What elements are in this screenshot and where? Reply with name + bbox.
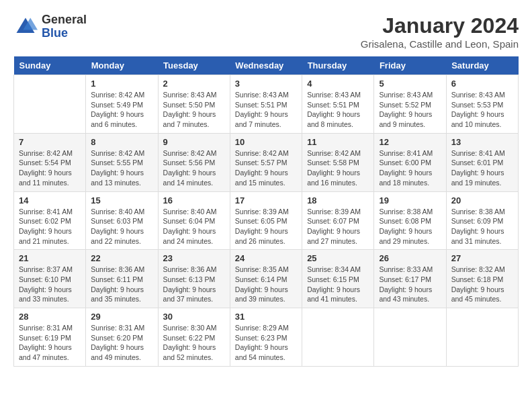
day-number: 30 bbox=[163, 312, 225, 322]
calendar-cell: 26Sunrise: 8:33 AMSunset: 6:17 PMDayligh… bbox=[374, 250, 446, 308]
cell-details: Sunrise: 8:42 AMSunset: 5:58 PMDaylight:… bbox=[307, 148, 369, 188]
cell-details: Sunrise: 8:41 AMSunset: 6:00 PMDaylight:… bbox=[379, 148, 441, 188]
day-number: 29 bbox=[91, 312, 152, 322]
day-number: 1 bbox=[91, 79, 152, 89]
day-number: 28 bbox=[19, 312, 81, 322]
day-number: 16 bbox=[163, 195, 225, 205]
cell-details: Sunrise: 8:43 AMSunset: 5:53 PMDaylight:… bbox=[451, 90, 513, 130]
calendar-header-row: SundayMondayTuesdayWednesdayThursdayFrid… bbox=[14, 56, 519, 75]
day-number: 5 bbox=[379, 79, 441, 89]
day-number: 25 bbox=[307, 253, 369, 263]
cell-details: Sunrise: 8:32 AMSunset: 6:18 PMDaylight:… bbox=[451, 265, 513, 304]
calendar-cell: 12Sunrise: 8:41 AMSunset: 6:00 PMDayligh… bbox=[374, 133, 446, 191]
day-number: 11 bbox=[307, 137, 369, 147]
cell-details: Sunrise: 8:29 AMSunset: 6:23 PMDaylight:… bbox=[235, 323, 297, 363]
page-header: General Blue January 2024 Grisalena, Cas… bbox=[13, 13, 519, 50]
day-number: 6 bbox=[451, 79, 513, 89]
cell-details: Sunrise: 8:40 AMSunset: 6:03 PMDaylight:… bbox=[91, 207, 152, 246]
day-number: 22 bbox=[91, 253, 152, 263]
calendar-cell: 22Sunrise: 8:36 AMSunset: 6:11 PMDayligh… bbox=[86, 250, 158, 308]
calendar-cell: 17Sunrise: 8:39 AMSunset: 6:05 PMDayligh… bbox=[230, 191, 302, 250]
calendar-week-2: 7Sunrise: 8:42 AMSunset: 5:54 PMDaylight… bbox=[14, 133, 519, 191]
cell-details: Sunrise: 8:39 AMSunset: 6:07 PMDaylight:… bbox=[307, 207, 369, 246]
day-number: 4 bbox=[307, 79, 369, 89]
cell-details: Sunrise: 8:39 AMSunset: 6:05 PMDaylight:… bbox=[235, 207, 297, 246]
col-header-tuesday: Tuesday bbox=[158, 56, 230, 75]
cell-details: Sunrise: 8:30 AMSunset: 6:22 PMDaylight:… bbox=[163, 323, 225, 363]
day-number: 27 bbox=[451, 253, 513, 263]
calendar-cell: 19Sunrise: 8:38 AMSunset: 6:08 PMDayligh… bbox=[374, 191, 446, 250]
calendar-cell: 28Sunrise: 8:31 AMSunset: 6:19 PMDayligh… bbox=[14, 308, 86, 367]
calendar-cell: 14Sunrise: 8:41 AMSunset: 6:02 PMDayligh… bbox=[14, 191, 86, 250]
cell-details: Sunrise: 8:34 AMSunset: 6:15 PMDaylight:… bbox=[307, 265, 369, 304]
calendar-cell: 27Sunrise: 8:32 AMSunset: 6:18 PMDayligh… bbox=[446, 250, 518, 308]
day-number: 12 bbox=[379, 137, 441, 147]
calendar-cell bbox=[446, 308, 518, 367]
calendar-cell bbox=[302, 308, 374, 367]
cell-details: Sunrise: 8:43 AMSunset: 5:50 PMDaylight:… bbox=[163, 90, 225, 130]
day-number: 7 bbox=[19, 137, 81, 147]
day-number: 31 bbox=[235, 312, 297, 322]
calendar-cell: 15Sunrise: 8:40 AMSunset: 6:03 PMDayligh… bbox=[86, 191, 158, 250]
col-header-thursday: Thursday bbox=[302, 56, 374, 75]
cell-details: Sunrise: 8:42 AMSunset: 5:57 PMDaylight:… bbox=[235, 148, 297, 188]
cell-details: Sunrise: 8:42 AMSunset: 5:54 PMDaylight:… bbox=[19, 148, 81, 188]
calendar-cell: 18Sunrise: 8:39 AMSunset: 6:07 PMDayligh… bbox=[302, 191, 374, 250]
calendar-cell: 1Sunrise: 8:42 AMSunset: 5:49 PMDaylight… bbox=[86, 75, 158, 134]
cell-details: Sunrise: 8:33 AMSunset: 6:17 PMDaylight:… bbox=[379, 265, 441, 304]
cell-details: Sunrise: 8:42 AMSunset: 5:55 PMDaylight:… bbox=[91, 148, 152, 188]
day-number: 3 bbox=[235, 79, 297, 89]
calendar-cell bbox=[14, 75, 86, 134]
calendar-cell: 16Sunrise: 8:40 AMSunset: 6:04 PMDayligh… bbox=[158, 191, 230, 250]
logo-icon bbox=[13, 15, 38, 39]
cell-details: Sunrise: 8:42 AMSunset: 5:56 PMDaylight:… bbox=[163, 148, 225, 188]
day-number: 9 bbox=[163, 137, 225, 147]
day-number: 8 bbox=[91, 137, 152, 147]
subtitle: Grisalena, Castille and Leon, Spain bbox=[361, 38, 519, 50]
calendar-cell: 5Sunrise: 8:43 AMSunset: 5:52 PMDaylight… bbox=[374, 75, 446, 134]
cell-details: Sunrise: 8:41 AMSunset: 6:02 PMDaylight:… bbox=[19, 207, 81, 246]
day-number: 18 bbox=[307, 195, 369, 205]
title-area: January 2024 Grisalena, Castille and Leo… bbox=[361, 13, 519, 50]
cell-details: Sunrise: 8:31 AMSunset: 6:19 PMDaylight:… bbox=[19, 323, 81, 363]
calendar-cell: 2Sunrise: 8:43 AMSunset: 5:50 PMDaylight… bbox=[158, 75, 230, 134]
calendar-cell: 24Sunrise: 8:35 AMSunset: 6:14 PMDayligh… bbox=[230, 250, 302, 308]
day-number: 23 bbox=[163, 253, 225, 263]
calendar-week-3: 14Sunrise: 8:41 AMSunset: 6:02 PMDayligh… bbox=[14, 191, 519, 250]
calendar-cell: 23Sunrise: 8:36 AMSunset: 6:13 PMDayligh… bbox=[158, 250, 230, 308]
col-header-wednesday: Wednesday bbox=[230, 56, 302, 75]
day-number: 24 bbox=[235, 253, 297, 263]
cell-details: Sunrise: 8:43 AMSunset: 5:51 PMDaylight:… bbox=[235, 90, 297, 130]
calendar-cell: 6Sunrise: 8:43 AMSunset: 5:53 PMDaylight… bbox=[446, 75, 518, 134]
cell-details: Sunrise: 8:36 AMSunset: 6:11 PMDaylight:… bbox=[91, 265, 152, 304]
col-header-friday: Friday bbox=[374, 56, 446, 75]
cell-details: Sunrise: 8:41 AMSunset: 6:01 PMDaylight:… bbox=[451, 148, 513, 188]
cell-details: Sunrise: 8:43 AMSunset: 5:52 PMDaylight:… bbox=[379, 90, 441, 130]
calendar-week-4: 21Sunrise: 8:37 AMSunset: 6:10 PMDayligh… bbox=[14, 250, 519, 308]
calendar-cell: 7Sunrise: 8:42 AMSunset: 5:54 PMDaylight… bbox=[14, 133, 86, 191]
calendar-cell: 29Sunrise: 8:31 AMSunset: 6:20 PMDayligh… bbox=[86, 308, 158, 367]
cell-details: Sunrise: 8:38 AMSunset: 6:08 PMDaylight:… bbox=[379, 207, 441, 246]
calendar-cell: 3Sunrise: 8:43 AMSunset: 5:51 PMDaylight… bbox=[230, 75, 302, 134]
col-header-saturday: Saturday bbox=[446, 56, 518, 75]
calendar-cell: 31Sunrise: 8:29 AMSunset: 6:23 PMDayligh… bbox=[230, 308, 302, 367]
calendar-cell: 4Sunrise: 8:43 AMSunset: 5:51 PMDaylight… bbox=[302, 75, 374, 134]
calendar-cell: 21Sunrise: 8:37 AMSunset: 6:10 PMDayligh… bbox=[14, 250, 86, 308]
calendar-cell: 13Sunrise: 8:41 AMSunset: 6:01 PMDayligh… bbox=[446, 133, 518, 191]
cell-details: Sunrise: 8:35 AMSunset: 6:14 PMDaylight:… bbox=[235, 265, 297, 304]
day-number: 20 bbox=[451, 195, 513, 205]
logo-blue-text: Blue bbox=[42, 27, 87, 40]
col-header-monday: Monday bbox=[86, 56, 158, 75]
calendar-week-5: 28Sunrise: 8:31 AMSunset: 6:19 PMDayligh… bbox=[14, 308, 519, 367]
logo-general-text: General bbox=[42, 13, 87, 27]
logo: General Blue bbox=[13, 13, 87, 40]
calendar-cell: 8Sunrise: 8:42 AMSunset: 5:55 PMDaylight… bbox=[86, 133, 158, 191]
day-number: 13 bbox=[451, 137, 513, 147]
cell-details: Sunrise: 8:40 AMSunset: 6:04 PMDaylight:… bbox=[163, 207, 225, 246]
cell-details: Sunrise: 8:38 AMSunset: 6:09 PMDaylight:… bbox=[451, 207, 513, 246]
main-title: January 2024 bbox=[361, 13, 519, 38]
day-number: 10 bbox=[235, 137, 297, 147]
calendar-cell: 30Sunrise: 8:30 AMSunset: 6:22 PMDayligh… bbox=[158, 308, 230, 367]
cell-details: Sunrise: 8:37 AMSunset: 6:10 PMDaylight:… bbox=[19, 265, 81, 304]
cell-details: Sunrise: 8:31 AMSunset: 6:20 PMDaylight:… bbox=[91, 323, 152, 363]
